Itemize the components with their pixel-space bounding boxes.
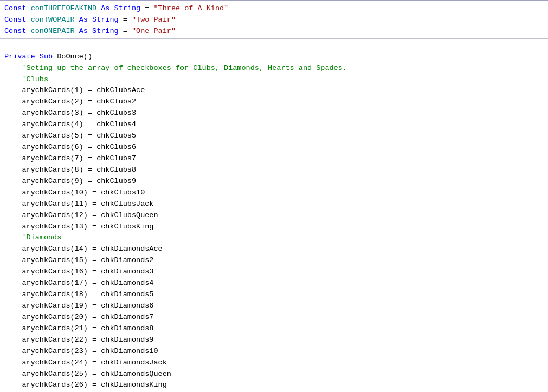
str-twopair: "Two Pair" bbox=[132, 16, 176, 24]
empty-line-1 bbox=[0, 40, 548, 51]
kw-as3: As bbox=[79, 27, 88, 35]
clubs-line-2: arychkCards(2) = chkClubs2 bbox=[0, 96, 548, 108]
diamonds-line-24: arychkCards(24) = chkDiamondsJack bbox=[0, 357, 548, 369]
diamonds-line-18: arychkCards(18) = chkDiamonds5 bbox=[0, 289, 548, 300]
diamonds-line-15: arychkCards(15) = chkDiamonds2 bbox=[0, 255, 548, 266]
comment-setup: 'Seting up the array of checkboxes for C… bbox=[0, 63, 548, 74]
comment-diamonds: 'Diamonds bbox=[0, 232, 548, 244]
clubs-line-7: arychkCards(7) = chkClubs7 bbox=[0, 153, 548, 165]
kw-as2: As bbox=[79, 16, 88, 24]
clubs-line-3: arychkCards(3) = chkClubs3 bbox=[0, 108, 548, 119]
comment-clubs: 'Clubs bbox=[0, 74, 548, 86]
diamonds-line-17: arychkCards(17) = chkDiamonds4 bbox=[0, 278, 548, 289]
diamonds-line-22: arychkCards(22) = chkDiamonds9 bbox=[0, 335, 548, 346]
kw-const: Const bbox=[4, 4, 27, 12]
clubs-line-11: arychkCards(11) = chkClubsJack bbox=[0, 199, 548, 210]
kw-const2: Const bbox=[4, 16, 27, 24]
const-line-2: Const conTWOPAIR As String = "Two Pair" bbox=[0, 15, 548, 26]
clubs-line-4: arychkCards(4) = chkClubs4 bbox=[0, 119, 548, 130]
kw-sub: Sub bbox=[40, 53, 53, 61]
code-editor: Const conTHREEOFAKIND As String = "Three… bbox=[0, 0, 548, 392]
kw-as: As bbox=[101, 4, 109, 12]
const-line-3: Const conONEPAIR As String = "One Pair" bbox=[0, 26, 548, 37]
diamonds-line-19: arychkCards(19) = chkDiamonds6 bbox=[0, 300, 548, 312]
clubs-line-12: arychkCards(12) = chkClubsQueen bbox=[0, 210, 548, 221]
clubs-line-8: arychkCards(8) = chkClubs8 bbox=[0, 165, 548, 176]
kw-string: String bbox=[114, 4, 141, 12]
clubs-line-5: arychkCards(5) = chkClubs5 bbox=[0, 130, 548, 142]
id-twopair: conTWOPAIR bbox=[31, 16, 75, 24]
kw-string2: String bbox=[92, 16, 119, 24]
kw-string3: String bbox=[92, 27, 119, 35]
str-threeoakind: "Three of A Kind" bbox=[154, 4, 229, 12]
diamonds-line-16: arychkCards(16) = chkDiamonds3 bbox=[0, 266, 548, 278]
separator-1 bbox=[0, 38, 548, 39]
diamonds-line-20: arychkCards(20) = chkDiamonds7 bbox=[0, 312, 548, 323]
diamonds-line-26: arychkCards(26) = chkDiamondsKing bbox=[0, 380, 548, 391]
clubs-line-9: arychkCards(9) = chkClubs9 bbox=[0, 176, 548, 187]
clubs-line-6: arychkCards(6) = chkClubs6 bbox=[0, 142, 548, 153]
kw-const3: Const bbox=[4, 27, 27, 35]
id-threeoakind: conTHREEOFAKIND bbox=[31, 4, 97, 12]
diamonds-line-23: arychkCards(23) = chkDiamonds10 bbox=[0, 346, 548, 357]
id-onepair: conONEPAIR bbox=[31, 27, 75, 35]
clubs-line-1: arychkCards(1) = chkClubsAce bbox=[0, 85, 548, 96]
str-onepair: "One Pair" bbox=[132, 27, 176, 35]
sub-declaration: Private Sub DoOnce() bbox=[0, 51, 548, 63]
kw-private: Private bbox=[4, 53, 35, 61]
diamonds-line-21: arychkCards(21) = chkDiamonds8 bbox=[0, 323, 548, 335]
diamonds-line-14: arychkCards(14) = chkDiamondsAce bbox=[0, 244, 548, 255]
const-line-1: Const conTHREEOFAKIND As String = "Three… bbox=[0, 3, 548, 15]
sub-name: DoOnce() bbox=[57, 53, 92, 61]
diamonds-line-25: arychkCards(25) = chkDiamondsQueen bbox=[0, 369, 548, 380]
clubs-line-13: arychkCards(13) = chkClubsKing bbox=[0, 221, 548, 233]
clubs-line-10: arychkCards(10) = chkClubs10 bbox=[0, 187, 548, 199]
